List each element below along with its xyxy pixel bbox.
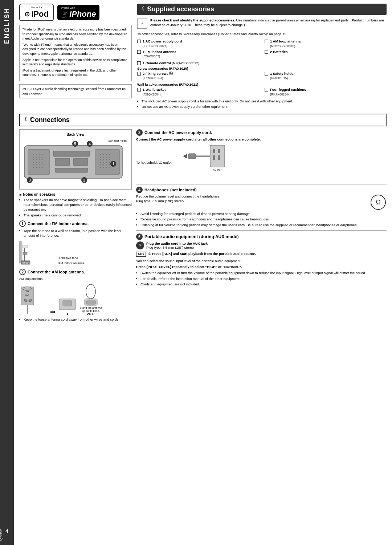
fm-antenna-label: FM indoor antenna xyxy=(58,261,84,266)
main-content: Made for ⊙ iPod Works with 📱 iPhone xyxy=(14,0,392,326)
language-label: ENGLISH xyxy=(3,7,11,44)
svg-point-25 xyxy=(42,167,43,168)
step3-num: 3 xyxy=(136,129,143,136)
svg-point-52 xyxy=(103,167,104,168)
svg-text:2: 2 xyxy=(30,300,31,302)
step5-press: Press [INPUT LEVEL] repeatedly to select… xyxy=(136,264,387,269)
info-para-2: "Works with iPhone" means that an electr… xyxy=(23,42,128,56)
acc-label-9: Four-legged cushions (RKAX0028-K) xyxy=(270,88,306,97)
info-box: "Made for iPod" means that an electronic… xyxy=(19,25,132,81)
screw-section: Screw accessories (RFAX1020) 2 Fixing sc… xyxy=(137,66,387,81)
svg-point-13 xyxy=(42,159,43,160)
svg-point-15 xyxy=(36,162,37,163)
step5-sub1: ① Plug the audio cord into the AUX jack.… xyxy=(136,241,256,249)
svg-rect-88 xyxy=(218,149,220,153)
step4-num: 4 xyxy=(136,187,143,193)
model-code: RQTX1056 xyxy=(0,529,14,541)
svg-text:FM ANT 75Ω: FM ANT 75Ω xyxy=(22,262,33,264)
step3-intro: Connect the AC power supply cord after a… xyxy=(136,137,387,142)
mpeg-box: MPEG Layer-3 audio decoding technology l… xyxy=(19,84,132,98)
mpeg-text: MPEG Layer-3 audio decoding technology l… xyxy=(23,87,126,96)
acc-cushions: Four-legged cushions (RKAX0028-K) xyxy=(265,88,387,97)
back-view-title: Back View xyxy=(23,133,128,137)
svg-point-23 xyxy=(36,167,37,168)
screw-grid: 2 Fixing screws ⓑ (XYN3+J10FJ) 1 Safety … xyxy=(137,72,387,81)
step4-text: Reduce the volume level and connect the … xyxy=(136,194,367,204)
svg-point-8 xyxy=(39,156,40,158)
svg-point-49 xyxy=(106,164,107,165)
svg-point-9 xyxy=(42,156,43,158)
step5-bullet-1: Switch the equalizer off or turn the vol… xyxy=(140,271,387,275)
order-note: To order accessories, refer to "Accessor… xyxy=(137,32,387,36)
connections-body: Back View Exhaust holes xyxy=(19,129,387,323)
step1-section: 1 Connect the FM indoor antenna. Tape th… xyxy=(19,220,132,266)
connections-header: Connections xyxy=(19,114,387,126)
svg-point-17 xyxy=(42,162,43,163)
svg-text:5: 5 xyxy=(74,142,76,146)
svg-point-35 xyxy=(100,156,101,158)
am-final: Stand the antenna up on its base. Click! xyxy=(79,282,103,316)
supplied-accessories-panel: Supplied accessories ✓ Please check and … xyxy=(137,4,387,110)
divider-2 xyxy=(136,230,387,231)
supplied-accessories-header: Supplied accessories xyxy=(137,4,387,15)
device-back-svg: 1 2 3 4 5 xyxy=(23,138,124,186)
svg-point-19 xyxy=(36,164,37,165)
svg-point-37 xyxy=(106,156,107,158)
accessories-grid: 1 AC power supply cord (K2CB2CB00021) 1 … xyxy=(137,39,387,58)
ac-diagram: To household AC outlet ← A xyxy=(136,143,387,180)
acc-fm-antenna: 1 FM indoor antenna (RSAX0002) xyxy=(137,50,259,59)
fm-labels: Adhesive tape FM indoor antenna xyxy=(58,256,84,266)
svg-point-20 xyxy=(39,164,40,165)
svg-text:ANT: ANT xyxy=(25,294,29,296)
step2-bullets: Keep the loose antenna cord away from ot… xyxy=(19,317,132,322)
svg-point-7 xyxy=(36,156,37,158)
acc-checkbox-3 xyxy=(137,50,141,54)
svg-point-38 xyxy=(109,156,110,158)
headphone-svg: Ω xyxy=(370,194,387,211)
am-diagram: AM loop antenna xyxy=(19,277,132,281)
wall-grid: 1 Wall bracket (RGQX1004) Four-legged cu… xyxy=(137,88,387,97)
svg-point-2 xyxy=(33,154,34,155)
intro-bold: Please check and identify the supplied a… xyxy=(150,18,235,22)
step1-bullets: Tape the antenna to a wall or column, in… xyxy=(19,228,132,238)
svg-point-51 xyxy=(100,167,101,168)
svg-point-4 xyxy=(39,154,40,155)
svg-rect-27 xyxy=(55,158,70,166)
svg-rect-30 xyxy=(95,149,120,175)
svg-point-40 xyxy=(103,159,104,160)
check-icon: ✓ xyxy=(137,19,147,29)
badges-row: Made for ⊙ iPod Works with 📱 iPhone xyxy=(19,4,132,21)
acc-am-antenna: 1 AM loop antenna (N1DYYYY00010) xyxy=(265,39,387,48)
wall-bracket-label: Wall bracket accessories (RFAX1021) xyxy=(137,82,387,86)
svg-rect-66 xyxy=(22,245,28,248)
svg-rect-86 xyxy=(210,145,225,167)
svg-point-31 xyxy=(100,154,101,155)
step5-section: 5 Portable audio equipment (during AUX m… xyxy=(136,233,387,286)
speakers-bullets: These speakers do not have magnetic shie… xyxy=(19,198,132,217)
svg-rect-87 xyxy=(213,149,215,153)
am-final-svg xyxy=(81,282,101,306)
stand-label: Stand the antenna up on its base. xyxy=(79,306,103,313)
step5-sub2-text: ② Press [AUX] and start playback from th… xyxy=(148,252,256,256)
step4-bullet-2: Excessive sound pressure from earphones … xyxy=(140,217,387,221)
ipod-badge: Made for ⊙ iPod xyxy=(19,4,54,21)
svg-point-11 xyxy=(36,159,37,160)
svg-point-43 xyxy=(100,162,101,163)
svg-text:1: 1 xyxy=(25,300,26,302)
acc-checkbox-7 xyxy=(265,72,268,76)
svg-text:2: 2 xyxy=(83,178,85,182)
am-antenna-label-top: AM loop antenna xyxy=(19,277,42,281)
accessories-intro-text: Please check and identify the supplied a… xyxy=(150,18,387,28)
sidebar: ENGLISH 4 RQTX1056 xyxy=(0,0,14,545)
acc-checkbox-1 xyxy=(137,40,141,43)
device-diagram-wrapper: Exhaust holes xyxy=(23,138,128,186)
connections-right: 3 Connect the AC power supply cord. Conn… xyxy=(136,129,387,323)
svg-rect-65 xyxy=(19,241,22,263)
step5-num: 5 xyxy=(136,233,143,240)
svg-rect-28 xyxy=(73,158,88,166)
connections-left: Back View Exhaust holes xyxy=(19,129,132,323)
svg-point-41 xyxy=(106,159,107,160)
accessories-intro: ✓ Please check and identify the supplied… xyxy=(137,18,387,29)
am-steps-right: ⬇ xyxy=(57,297,77,316)
aux-label: AUX xyxy=(136,252,146,257)
